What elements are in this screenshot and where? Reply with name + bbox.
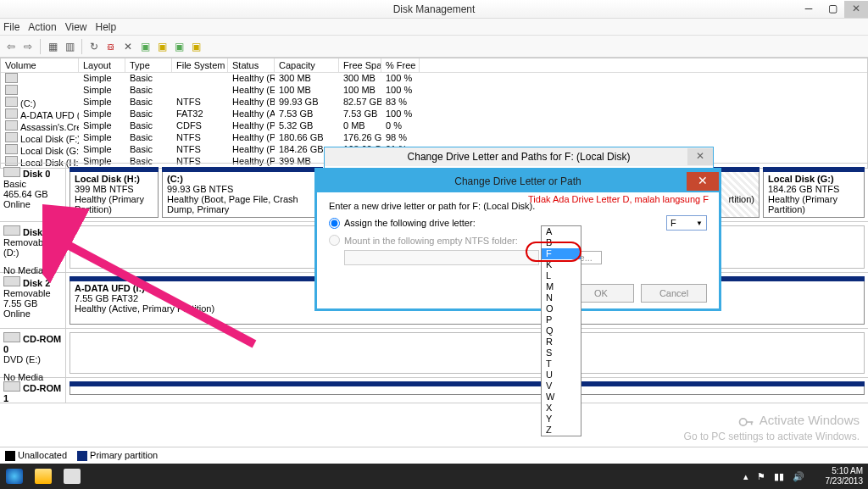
- dropdown-item[interactable]: S: [542, 347, 581, 358]
- menu-view[interactable]: View: [65, 21, 87, 33]
- volume-row[interactable]: SimpleBasicHealthy (R...300 MB300 MB100 …: [1, 73, 867, 85]
- dropdown-item[interactable]: W: [542, 392, 581, 403]
- tray-up-icon[interactable]: ▴: [743, 471, 748, 482]
- back-icon[interactable]: ⇦: [3, 39, 19, 54]
- dialog-change-drive-letter: Change Drive Letter or Path ✕ Tidak Ada …: [314, 168, 721, 311]
- partition-g[interactable]: Local Disk (G:) 184.26 GB NTFS Healthy (…: [763, 167, 865, 218]
- views-icon[interactable]: ▦: [45, 39, 60, 54]
- dropdown-item[interactable]: M: [542, 281, 581, 292]
- dlg2-title: Change Drive Letter or Path: [454, 175, 581, 187]
- menu-action[interactable]: Action: [28, 21, 56, 33]
- dlg1-close-button[interactable]: ✕: [687, 148, 713, 165]
- col-layout[interactable]: Layout: [79, 58, 125, 72]
- legend-primary: Primary partition: [90, 450, 158, 460]
- toolbar: ⇦ ⇨ ▦ ▥ ↻ ⦻ ✕ ▣ ▣ ▣ ▣: [0, 36, 868, 58]
- disk1-info[interactable]: Disk 1 Removable (D:) No Media: [0, 222, 66, 272]
- dlg2-cancel-button[interactable]: Cancel: [641, 284, 707, 303]
- cdrom1-part[interactable]: [70, 381, 865, 395]
- annotation-text: Tidak Ada Drive Letter D, malah langsung…: [528, 194, 709, 204]
- volume-row[interactable]: Assassin's.Creed (J:)SimpleBasicCDFSHeal…: [1, 120, 867, 132]
- legend: Unallocated Primary partition: [0, 447, 868, 464]
- close-button[interactable]: ✕: [844, 1, 868, 18]
- col-capacity[interactable]: Capacity: [275, 58, 339, 72]
- dlg1-title: Change Drive Letter and Paths for F: (Lo…: [408, 151, 631, 163]
- tray-flag-icon[interactable]: ⚑: [757, 471, 765, 482]
- annotation-circle: [526, 242, 581, 262]
- dropdown-item[interactable]: O: [542, 303, 581, 314]
- dropdown-item[interactable]: Q: [542, 325, 581, 336]
- dropdown-item[interactable]: A: [542, 226, 581, 237]
- disk2-info[interactable]: Disk 2 Removable 7.55 GB Online: [0, 273, 66, 328]
- cdrom-row-1: CD-ROM 1: [0, 378, 868, 403]
- dropdown-item[interactable]: X: [542, 403, 581, 414]
- cdrom0-info[interactable]: CD-ROM 0 DVD (E:) No Media: [0, 329, 66, 377]
- window-title: Disk Management: [393, 3, 476, 15]
- svg-point-1: [740, 419, 747, 425]
- mount-folder-input: [344, 250, 539, 265]
- col-type[interactable]: Type: [125, 58, 172, 72]
- window-controls: ─ ▢ ✕: [797, 1, 868, 18]
- minimize-button[interactable]: ─: [797, 1, 821, 18]
- taskbar-clock[interactable]: 5:10 AM 7/23/2013: [826, 466, 864, 486]
- col-volume[interactable]: Volume: [1, 58, 79, 72]
- radio-assign-letter[interactable]: [329, 218, 340, 229]
- legend-unallocated: Unallocated: [18, 450, 67, 460]
- label-mount-folder: Mount in the following empty NTFS folder…: [344, 236, 518, 246]
- taskbar-app[interactable]: [58, 464, 86, 489]
- drive-letter-select[interactable]: F▼: [666, 215, 707, 231]
- menu-help[interactable]: Help: [96, 21, 117, 33]
- cdrom-row-0: CD-ROM 0 DVD (E:) No Media: [0, 329, 868, 378]
- tool2-icon[interactable]: ▣: [171, 39, 186, 54]
- volume-row[interactable]: A-DATA UFD (I:)SimpleBasicFAT32Healthy (…: [1, 108, 867, 120]
- volume-row[interactable]: (C:)SimpleBasicNTFSHealthy (B...99.93 GB…: [1, 97, 867, 108]
- delete-icon[interactable]: ✕: [120, 39, 136, 54]
- menu-bar: File Action View Help: [0, 19, 868, 36]
- dropdown-item[interactable]: L: [542, 270, 581, 281]
- volume-row[interactable]: Local Disk (F:)SimpleBasicNTFSHealthy (P…: [1, 132, 867, 144]
- dropdown-item[interactable]: P: [542, 314, 581, 325]
- cdrom0-empty[interactable]: [70, 332, 865, 374]
- svg-rect-3: [751, 421, 753, 425]
- rescan-icon[interactable]: ⦻: [103, 39, 119, 54]
- partition-h[interactable]: Local Disk (H:) 399 MB NTFS Healthy (Pri…: [70, 167, 159, 218]
- tray-volume-icon[interactable]: 🔊: [793, 471, 804, 482]
- volume-header: Volume Layout Type File System Status Ca…: [1, 58, 867, 73]
- disk0-info[interactable]: Disk 0 Basic 465.64 GB Online: [0, 164, 66, 221]
- title-bar: Disk Management ─ ▢ ✕: [0, 0, 868, 19]
- volume-row[interactable]: SimpleBasicHealthy (E...100 MB100 MB100 …: [1, 85, 867, 97]
- label-assign-letter: Assign the following drive letter:: [344, 218, 476, 228]
- taskbar-explorer[interactable]: [29, 464, 58, 489]
- col-filesystem[interactable]: File System: [172, 58, 228, 72]
- cdrom1-info[interactable]: CD-ROM 1: [0, 378, 66, 403]
- dropdown-item[interactable]: Y: [542, 414, 581, 425]
- forward-icon[interactable]: ⇨: [20, 39, 36, 54]
- dropdown-item[interactable]: R: [542, 336, 581, 347]
- dropdown-item[interactable]: V: [542, 381, 581, 392]
- tool-icon[interactable]: ▣: [154, 39, 170, 54]
- menu-file[interactable]: File: [3, 21, 19, 33]
- dlg2-close-button[interactable]: ✕: [687, 172, 719, 191]
- taskbar-ie[interactable]: [0, 464, 29, 489]
- partition-c[interactable]: (C:) 99.93 GB NTFS Healthy (Boot, Page F…: [162, 167, 323, 218]
- radio-mount-folder: [329, 235, 340, 246]
- col-free[interactable]: Free Spa...: [339, 58, 381, 72]
- maximize-button[interactable]: ▢: [821, 1, 844, 18]
- activate-windows-watermark: Activate Windows Go to PC settings to ac…: [684, 413, 860, 442]
- help-toolbar-icon[interactable]: ▣: [188, 39, 203, 54]
- dropdown-item[interactable]: Z: [542, 425, 581, 436]
- views2-icon[interactable]: ▥: [62, 39, 77, 54]
- dropdown-item[interactable]: N: [542, 292, 581, 303]
- col-status[interactable]: Status: [228, 58, 275, 72]
- taskbar: ▴ ⚑ ▮▮ 🔊 5:10 AM 7/23/2013: [0, 464, 868, 489]
- system-tray: ▴ ⚑ ▮▮ 🔊: [743, 471, 804, 482]
- dropdown-item[interactable]: U: [542, 370, 581, 381]
- dropdown-item[interactable]: T: [542, 358, 581, 370]
- col-pctfree[interactable]: % Free: [381, 58, 420, 72]
- properties-icon[interactable]: ▣: [137, 39, 153, 54]
- refresh-icon[interactable]: ↻: [86, 39, 102, 54]
- tray-network-icon[interactable]: ▮▮: [774, 471, 784, 482]
